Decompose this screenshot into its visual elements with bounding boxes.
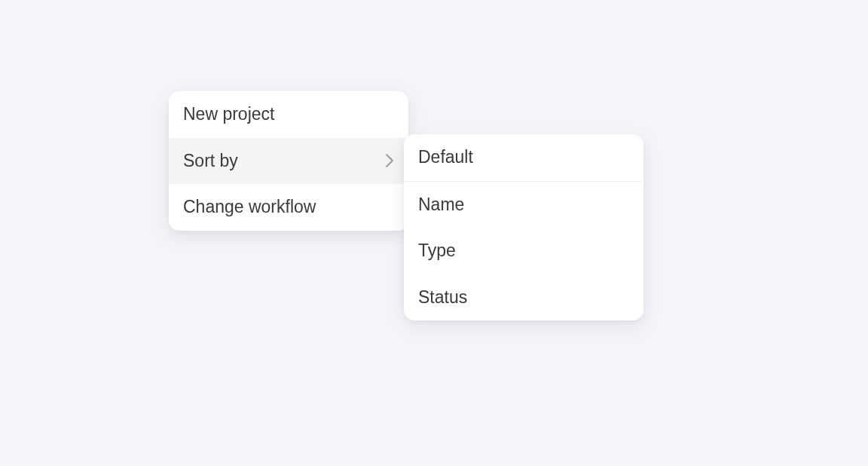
menu-item-new-project[interactable]: New project — [169, 91, 408, 138]
menu-item-label: Sort by — [183, 151, 238, 172]
submenu-item-default[interactable]: Default — [404, 134, 643, 182]
submenu-item-status[interactable]: Status — [404, 274, 643, 321]
sort-by-submenu: Default Name Type Status — [404, 134, 643, 320]
submenu-item-label: Default — [418, 147, 473, 168]
context-menu: New project Sort by Change workflow — [169, 91, 408, 231]
submenu-item-label: Name — [418, 195, 464, 216]
submenu-item-type[interactable]: Type — [404, 228, 643, 274]
submenu-item-label: Status — [418, 287, 467, 308]
menu-item-sort-by[interactable]: Sort by — [169, 138, 408, 185]
chevron-right-icon — [385, 154, 394, 167]
menu-item-change-workflow[interactable]: Change workflow — [169, 184, 408, 231]
submenu-item-label: Type — [418, 241, 456, 262]
menu-item-label: Change workflow — [183, 197, 316, 218]
submenu-item-name[interactable]: Name — [404, 182, 643, 228]
menu-item-label: New project — [183, 104, 274, 125]
